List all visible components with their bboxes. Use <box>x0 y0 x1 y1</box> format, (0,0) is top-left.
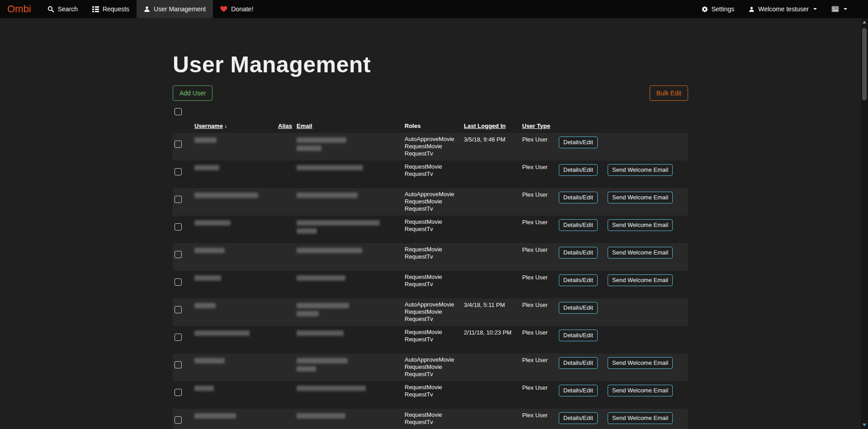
select-all-wrapper <box>175 108 688 115</box>
column-header-last-logged-in[interactable]: Last Logged In <box>464 123 522 129</box>
nav-item-label: Search <box>58 5 78 13</box>
send-welcome-email-button[interactable]: Send Welcome Email <box>608 274 673 286</box>
send-welcome-email-button[interactable]: Send Welcome Email <box>608 192 673 203</box>
row-checkbox[interactable] <box>175 141 182 148</box>
roles-cell: AutoApproveMovie RequestMovie RequestTv <box>405 136 464 157</box>
nav-item-label: Donate! <box>231 5 253 13</box>
row-checkbox[interactable] <box>175 334 182 341</box>
scrollbar-thumb[interactable] <box>862 28 867 100</box>
row-checkbox[interactable] <box>175 223 182 231</box>
user-menu[interactable]: Welcome testuser <box>741 0 824 18</box>
row-checkbox[interactable] <box>175 306 182 313</box>
ombi-logo[interactable]: Ombi <box>0 0 40 18</box>
column-header-email[interactable]: Email <box>297 123 405 129</box>
nav-item-settings[interactable]: Settings <box>694 0 742 18</box>
last-logged-in-cell <box>464 356 522 357</box>
roles-cell: AutoApproveMovie RequestMovie RequestTv <box>405 301 464 323</box>
details-edit-button[interactable]: Details/Edit <box>559 137 598 148</box>
column-header-alias[interactable]: Alias <box>278 123 297 129</box>
row-checkbox[interactable] <box>175 196 182 203</box>
roles-cell: RequestMovie RequestTv <box>405 411 464 426</box>
nav-item-user-management[interactable]: User Management <box>137 0 213 18</box>
email-redacted <box>297 386 366 391</box>
row-checkbox[interactable] <box>175 361 182 368</box>
details-edit-button[interactable]: Details/Edit <box>559 302 598 314</box>
row-checkbox[interactable] <box>175 278 182 286</box>
send-welcome-email-button[interactable]: Send Welcome Email <box>608 357 673 369</box>
email-redacted <box>297 303 349 308</box>
user-type-cell: Plex User <box>522 411 559 419</box>
user-type-cell: Plex User <box>522 356 559 364</box>
send-welcome-email-button[interactable]: Send Welcome Email <box>608 247 673 259</box>
roles-cell: AutoApproveMovie RequestMovie RequestTv <box>405 191 464 212</box>
column-header-user-type[interactable]: User Type <box>522 123 559 129</box>
requests-list-icon <box>92 6 99 12</box>
row-checkbox[interactable] <box>175 416 182 424</box>
nav-item-search[interactable]: Search <box>40 0 85 18</box>
email-cell <box>297 191 405 198</box>
send-welcome-email-button[interactable]: Send Welcome Email <box>608 412 673 424</box>
details-edit-button[interactable]: Details/Edit <box>559 385 598 396</box>
user-type-cell: Plex User <box>522 329 559 336</box>
roles-cell: RequestMovie RequestTv <box>405 273 464 288</box>
table-row: RequestMovie RequestTv Plex User Details… <box>173 409 688 429</box>
details-edit-button[interactable]: Details/Edit <box>559 412 598 424</box>
send-welcome-email-button[interactable]: Send Welcome Email <box>608 164 673 176</box>
user-type-cell: Plex User <box>522 218 559 226</box>
email-redacted <box>297 220 380 226</box>
username-redacted <box>194 413 236 419</box>
details-edit-button[interactable]: Details/Edit <box>559 164 598 176</box>
roles-cell: RequestMovie RequestTv <box>405 329 464 343</box>
roles-cell: RequestMovie RequestTv <box>405 246 464 260</box>
user-type-cell: Plex User <box>522 163 559 171</box>
send-welcome-email-button[interactable]: Send Welcome Email <box>608 219 673 231</box>
user-type-cell: Plex User <box>522 384 559 391</box>
email-cell <box>297 301 405 316</box>
username-redacted <box>194 303 216 308</box>
row-checkbox[interactable] <box>175 389 182 396</box>
table-row: RequestMovie RequestTv 2/11/18, 10:23 PM… <box>173 326 688 354</box>
scroll-up-arrow-icon[interactable] <box>863 21 866 24</box>
roles-cell: RequestMovie RequestTv <box>405 384 464 398</box>
heart-icon <box>220 6 227 12</box>
vertical-scrollbar[interactable] <box>860 18 868 429</box>
nav-item-requests[interactable]: Requests <box>85 0 137 18</box>
user-type-cell: Plex User <box>522 136 559 143</box>
column-header-username[interactable]: Username↓ <box>194 123 278 129</box>
user-type-cell: Plex User <box>522 191 559 198</box>
user-type-cell: Plex User <box>522 246 559 254</box>
details-edit-button[interactable]: Details/Edit <box>559 330 598 341</box>
user-icon <box>749 6 755 12</box>
details-edit-button[interactable]: Details/Edit <box>559 274 598 286</box>
table-header: Username↓ Alias Email Roles Last Logged … <box>173 120 688 133</box>
table-row: RequestMovie RequestTv Plex User Details… <box>173 160 688 188</box>
user-table-body: AutoApproveMovie RequestMovie RequestTv … <box>173 133 688 429</box>
username-redacted <box>194 358 225 363</box>
details-edit-button[interactable]: Details/Edit <box>559 247 598 259</box>
row-checkbox[interactable] <box>175 168 182 175</box>
details-edit-button[interactable]: Details/Edit <box>559 357 598 369</box>
nav-item-label: User Management <box>154 5 206 13</box>
user-type-cell: Plex User <box>522 301 559 309</box>
settings-label: Settings <box>712 5 735 13</box>
email-cell <box>297 384 405 391</box>
email-redacted <box>297 413 345 419</box>
email-redacted <box>297 248 362 253</box>
add-user-button[interactable]: Add User <box>173 85 212 101</box>
select-all-checkbox[interactable] <box>175 108 182 115</box>
username-redacted <box>194 165 219 170</box>
last-logged-in-cell <box>464 191 522 191</box>
email-redacted <box>297 358 348 363</box>
search-icon <box>47 6 54 13</box>
details-edit-button[interactable]: Details/Edit <box>559 192 598 203</box>
row-checkbox[interactable] <box>175 251 182 258</box>
nav-item-donate[interactable]: Donate! <box>213 0 260 18</box>
bulk-edit-button[interactable]: Bulk Edit <box>650 85 688 101</box>
scroll-down-arrow-icon[interactable] <box>863 424 866 426</box>
details-edit-button[interactable]: Details/Edit <box>559 219 598 231</box>
profile-image-menu[interactable] <box>824 0 854 18</box>
page-title: User Management <box>173 52 688 78</box>
send-welcome-email-button[interactable]: Send Welcome Email <box>608 385 673 396</box>
email-redacted-line2 <box>297 366 316 372</box>
email-redacted <box>297 193 358 198</box>
